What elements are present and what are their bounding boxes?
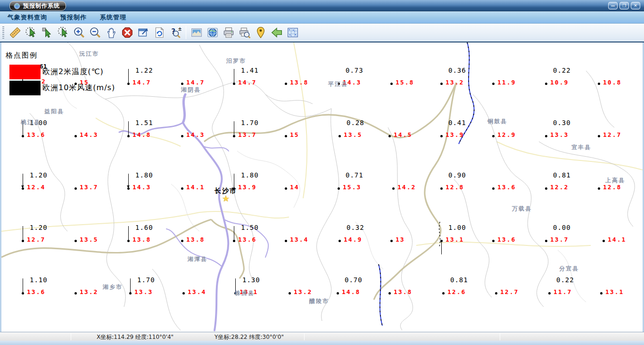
pan-hand-icon[interactable] xyxy=(104,25,119,40)
grid-point-dot xyxy=(337,292,339,295)
grid-point-dot xyxy=(492,187,495,190)
temperature-value: 14.1 xyxy=(186,184,205,191)
wind-speed-value: 1.00 xyxy=(448,224,466,231)
city-label: 湘乡市 xyxy=(103,283,123,291)
grid-point-dot xyxy=(492,83,495,85)
globe-view-icon[interactable] xyxy=(205,25,220,40)
export-image-icon[interactable] xyxy=(189,25,204,40)
wind-speed-value: 0.70 xyxy=(345,276,363,284)
grid-point-dot xyxy=(390,83,393,85)
temperature-value: 13.3 xyxy=(134,288,153,295)
wind-speed-value: 1.51 xyxy=(135,119,153,126)
menu-weather-data-query[interactable]: 气象资料查询 xyxy=(2,13,53,22)
status-bar: X坐标:114.29 经度:110°0'4" Y坐标:28.22 纬度:30°0… xyxy=(0,332,644,341)
status-separator xyxy=(304,333,305,340)
grid-point-dot xyxy=(74,187,77,190)
temperature-value: 14.5 xyxy=(394,131,412,138)
temperature-value: 13.1 xyxy=(446,236,464,243)
minimize-button[interactable]: — xyxy=(608,2,618,9)
menu-system-management[interactable]: 系统管理 xyxy=(94,13,132,22)
temperature-value: 13.1 xyxy=(605,288,624,295)
select-by-circle-icon[interactable] xyxy=(24,25,39,40)
wind-barb xyxy=(234,121,234,135)
legend-item-windspeed: 欧洲10米风速(m/s) xyxy=(9,81,115,95)
grid-point-dot xyxy=(545,187,547,190)
grid-point-dot xyxy=(598,83,600,85)
temperature-value: 12.6 xyxy=(447,288,466,295)
temperature-value: 11.7 xyxy=(553,288,572,295)
status-x-coordinate: X坐标:114.29 经度:110°0'4" xyxy=(97,333,173,341)
city-label: 万载县 xyxy=(512,205,532,213)
grid-point-dot xyxy=(440,187,443,190)
menu-forecast-production[interactable]: 预报制作 xyxy=(55,13,92,22)
wind-barb-arrowhead xyxy=(21,185,24,188)
toolbar-grip[interactable] xyxy=(2,26,4,39)
app-title-tab[interactable]: 预报制作系统 xyxy=(9,1,66,11)
temperature-value: 14.3 xyxy=(132,184,151,191)
temperature-value: 12.8 xyxy=(446,184,464,191)
wind-speed-value: 1.20 xyxy=(30,224,48,231)
print-icon[interactable] xyxy=(221,25,236,40)
grid-point-dot xyxy=(390,240,393,242)
temperature-value: 14.3 xyxy=(186,131,205,138)
city-label: 湘潭县 xyxy=(188,255,207,263)
grid-point-dot xyxy=(74,135,77,137)
restore-button[interactable]: ❐ xyxy=(619,2,629,9)
tool-bar: ? ± xyxy=(0,24,644,42)
full-extent-icon[interactable] xyxy=(136,25,151,40)
refresh-page-icon[interactable] xyxy=(152,25,167,40)
temperature-value: 15 xyxy=(290,131,299,138)
title-bar: 预报制作系统 — ❐ ✕ xyxy=(0,0,644,11)
grid-point-dot xyxy=(285,187,287,190)
temperature-value: 15.8 xyxy=(396,79,414,86)
temperature-value: 14.8 xyxy=(342,288,360,295)
select-by-lasso-icon[interactable] xyxy=(56,25,71,40)
grid-point-dot xyxy=(545,135,547,137)
svg-text:±: ± xyxy=(178,26,182,32)
go-back-icon[interactable] xyxy=(269,25,284,40)
wind-speed-value: 1.60 xyxy=(135,224,153,231)
city-label: 分宜县 xyxy=(559,265,579,273)
map-pin-icon[interactable] xyxy=(253,25,268,40)
city-label: 平江县 xyxy=(328,80,348,88)
temperature-value: 14.2 xyxy=(397,184,416,191)
grid-layer-icon[interactable] xyxy=(285,25,300,40)
stop-cancel-icon[interactable] xyxy=(120,25,135,40)
temperature-value: 13.3 xyxy=(550,131,569,138)
select-feature-icon[interactable] xyxy=(40,25,55,40)
temperature-value: 12.4 xyxy=(27,184,45,191)
identify-query-icon[interactable]: ? ± xyxy=(168,25,183,40)
measure-ruler-icon[interactable] xyxy=(8,25,23,40)
wind-speed-value: 1.70 xyxy=(241,119,259,126)
close-button[interactable]: ✕ xyxy=(631,2,640,9)
grid-point-dot xyxy=(181,187,183,190)
wind-speed-value: 1.30 xyxy=(242,276,260,284)
print-preview-icon[interactable] xyxy=(237,25,252,40)
zoom-in-icon[interactable] xyxy=(72,25,87,40)
temperature-value: 13.9 xyxy=(446,131,464,138)
wind-speed-value: 1.22 xyxy=(135,67,153,74)
grid-point-dot xyxy=(388,292,391,295)
temperature-value: 13.6 xyxy=(27,288,45,295)
grid-point-dot xyxy=(388,135,391,137)
wind-speed-value: 0.22 xyxy=(556,276,574,284)
grid-point-dot xyxy=(545,240,547,242)
wind-barb xyxy=(441,242,442,254)
wind-speed-value: 0.41 xyxy=(448,119,466,126)
city-label: 湘阴县 xyxy=(181,86,201,94)
temperature-value: 12.7 xyxy=(27,236,45,243)
wind-speed-value: 1.20 xyxy=(30,171,48,179)
city-label: 汨罗市 xyxy=(226,57,246,65)
grid-point-dot xyxy=(74,292,77,295)
grid-legend: 格点图例 欧洲2米温度(℃) 欧洲10米风速(m/s) xyxy=(6,51,38,60)
zoom-out-icon[interactable] xyxy=(88,25,103,40)
grid-point-dot xyxy=(338,187,340,190)
temperature-value: 14.8 xyxy=(132,131,151,138)
temperature-value: 13.7 xyxy=(238,131,256,138)
toolbar-separator xyxy=(186,26,186,39)
temperature-value: 13.8 xyxy=(394,288,412,295)
grid-point-dot xyxy=(339,240,341,242)
wind-speed-value: 0.32 xyxy=(347,224,364,231)
temperature-value: 14.1 xyxy=(608,236,626,243)
temperature-value: 13.6 xyxy=(27,131,45,138)
